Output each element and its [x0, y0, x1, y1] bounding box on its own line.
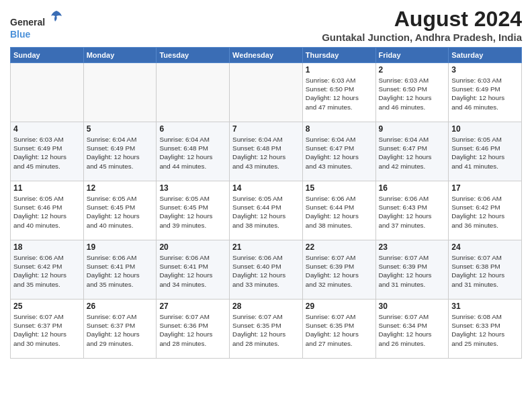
calendar-cell: 22Sunrise: 6:07 AM Sunset: 6:39 PM Dayli…	[302, 240, 375, 300]
day-number: 28	[232, 302, 300, 311]
calendar-cell: 24Sunrise: 6:07 AM Sunset: 6:38 PM Dayli…	[449, 240, 522, 300]
logo-bird-icon	[50, 9, 63, 26]
calendar-cell: 5Sunrise: 6:04 AM Sunset: 6:49 PM Daylig…	[83, 122, 157, 181]
header: General Blue August 2024 Guntakal Juncti…	[10, 7, 522, 43]
calendar-cell: 25Sunrise: 6:07 AM Sunset: 6:37 PM Dayli…	[11, 300, 84, 359]
day-detail: Sunrise: 6:04 AM Sunset: 6:49 PM Dayligh…	[87, 135, 154, 171]
day-detail: Sunrise: 6:03 AM Sunset: 6:49 PM Dayligh…	[13, 135, 81, 171]
calendar-week-row: 18Sunrise: 6:06 AM Sunset: 6:42 PM Dayli…	[11, 240, 522, 300]
calendar-cell	[230, 63, 303, 122]
day-number: 2	[379, 65, 446, 75]
day-detail: Sunrise: 6:05 AM Sunset: 6:45 PM Dayligh…	[159, 194, 226, 230]
day-number: 3	[451, 65, 519, 75]
day-detail: Sunrise: 6:05 AM Sunset: 6:46 PM Dayligh…	[451, 135, 519, 171]
day-detail: Sunrise: 6:06 AM Sunset: 6:40 PM Dayligh…	[232, 253, 300, 289]
calendar-cell: 4Sunrise: 6:03 AM Sunset: 6:49 PM Daylig…	[11, 122, 84, 181]
title-block: August 2024 Guntakal Junction, Andhra Pr…	[322, 7, 522, 43]
calendar-cell: 7Sunrise: 6:04 AM Sunset: 6:48 PM Daylig…	[230, 122, 303, 181]
day-number: 31	[451, 302, 519, 311]
day-number: 13	[159, 183, 226, 193]
day-detail: Sunrise: 6:07 AM Sunset: 6:37 PM Dayligh…	[87, 312, 154, 348]
day-number: 21	[232, 242, 300, 252]
calendar-week-row: 11Sunrise: 6:05 AM Sunset: 6:46 PM Dayli…	[11, 181, 522, 240]
calendar-cell: 21Sunrise: 6:06 AM Sunset: 6:40 PM Dayli…	[230, 240, 303, 300]
calendar-cell: 26Sunrise: 6:07 AM Sunset: 6:37 PM Dayli…	[83, 300, 157, 359]
calendar-cell: 13Sunrise: 6:05 AM Sunset: 6:45 PM Dayli…	[157, 181, 230, 240]
day-number: 9	[379, 124, 446, 134]
day-number: 18	[13, 242, 81, 252]
day-number: 20	[159, 242, 226, 252]
day-number: 6	[159, 124, 226, 134]
day-number: 22	[306, 242, 373, 252]
calendar-cell: 23Sunrise: 6:07 AM Sunset: 6:39 PM Dayli…	[375, 240, 449, 300]
subtitle: Guntakal Junction, Andhra Pradesh, India	[322, 32, 522, 43]
day-detail: Sunrise: 6:07 AM Sunset: 6:34 PM Dayligh…	[379, 312, 446, 348]
day-number: 4	[13, 124, 81, 134]
day-detail: Sunrise: 6:07 AM Sunset: 6:39 PM Dayligh…	[306, 253, 373, 289]
day-number: 19	[87, 242, 154, 252]
logo-general: General	[10, 17, 45, 28]
calendar-cell	[11, 63, 84, 122]
weekday-header-thursday: Thursday	[302, 48, 375, 63]
weekday-header-tuesday: Tuesday	[157, 48, 230, 63]
day-number: 16	[379, 183, 446, 193]
day-number: 8	[306, 124, 373, 134]
day-detail: Sunrise: 6:06 AM Sunset: 6:41 PM Dayligh…	[159, 253, 226, 289]
calendar-cell: 28Sunrise: 6:07 AM Sunset: 6:35 PM Dayli…	[230, 300, 303, 359]
day-number: 1	[306, 65, 373, 75]
day-number: 24	[451, 242, 519, 252]
page: General Blue August 2024 Guntakal Juncti…	[0, 0, 532, 411]
calendar-cell: 30Sunrise: 6:07 AM Sunset: 6:34 PM Dayli…	[375, 300, 449, 359]
day-detail: Sunrise: 6:05 AM Sunset: 6:45 PM Dayligh…	[87, 194, 154, 230]
main-title: August 2024	[322, 7, 522, 32]
calendar-week-row: 4Sunrise: 6:03 AM Sunset: 6:49 PM Daylig…	[11, 122, 522, 181]
day-number: 5	[87, 124, 154, 134]
weekday-header-row: SundayMondayTuesdayWednesdayThursdayFrid…	[11, 48, 522, 63]
day-detail: Sunrise: 6:06 AM Sunset: 6:43 PM Dayligh…	[379, 194, 446, 230]
weekday-header-wednesday: Wednesday	[230, 48, 303, 63]
weekday-header-monday: Monday	[83, 48, 157, 63]
day-detail: Sunrise: 6:05 AM Sunset: 6:46 PM Dayligh…	[13, 194, 81, 230]
day-detail: Sunrise: 6:04 AM Sunset: 6:47 PM Dayligh…	[306, 135, 373, 171]
day-detail: Sunrise: 6:06 AM Sunset: 6:41 PM Dayligh…	[87, 253, 154, 289]
calendar-cell: 29Sunrise: 6:07 AM Sunset: 6:35 PM Dayli…	[302, 300, 375, 359]
logo-blue: Blue	[10, 29, 30, 40]
calendar-cell: 15Sunrise: 6:06 AM Sunset: 6:44 PM Dayli…	[302, 181, 375, 240]
day-detail: Sunrise: 6:03 AM Sunset: 6:49 PM Dayligh…	[451, 76, 519, 111]
day-number: 29	[306, 302, 373, 311]
calendar-cell: 31Sunrise: 6:08 AM Sunset: 6:33 PM Dayli…	[449, 300, 522, 359]
day-detail: Sunrise: 6:07 AM Sunset: 6:39 PM Dayligh…	[379, 253, 446, 289]
day-number: 10	[451, 124, 519, 134]
calendar-cell: 20Sunrise: 6:06 AM Sunset: 6:41 PM Dayli…	[157, 240, 230, 300]
calendar-cell: 19Sunrise: 6:06 AM Sunset: 6:41 PM Dayli…	[83, 240, 157, 300]
calendar-cell: 16Sunrise: 6:06 AM Sunset: 6:43 PM Dayli…	[375, 181, 449, 240]
calendar-cell: 10Sunrise: 6:05 AM Sunset: 6:46 PM Dayli…	[449, 122, 522, 181]
calendar-cell: 9Sunrise: 6:04 AM Sunset: 6:47 PM Daylig…	[375, 122, 449, 181]
calendar-cell	[83, 63, 157, 122]
day-number: 7	[232, 124, 300, 134]
day-number: 27	[159, 302, 226, 311]
day-detail: Sunrise: 6:07 AM Sunset: 6:38 PM Dayligh…	[451, 253, 519, 289]
day-number: 15	[306, 183, 373, 193]
day-number: 23	[379, 242, 446, 252]
logo: General Blue	[10, 9, 63, 40]
calendar-cell: 1Sunrise: 6:03 AM Sunset: 6:50 PM Daylig…	[302, 63, 375, 122]
day-detail: Sunrise: 6:07 AM Sunset: 6:36 PM Dayligh…	[159, 312, 226, 348]
day-number: 30	[379, 302, 446, 311]
weekday-header-friday: Friday	[375, 48, 449, 63]
day-number: 11	[13, 183, 81, 193]
calendar-week-row: 25Sunrise: 6:07 AM Sunset: 6:37 PM Dayli…	[11, 300, 522, 359]
day-detail: Sunrise: 6:04 AM Sunset: 6:48 PM Dayligh…	[232, 135, 300, 171]
day-detail: Sunrise: 6:08 AM Sunset: 6:33 PM Dayligh…	[451, 312, 519, 348]
weekday-header-saturday: Saturday	[449, 48, 522, 63]
calendar-cell: 18Sunrise: 6:06 AM Sunset: 6:42 PM Dayli…	[11, 240, 84, 300]
calendar-cell: 27Sunrise: 6:07 AM Sunset: 6:36 PM Dayli…	[157, 300, 230, 359]
day-detail: Sunrise: 6:06 AM Sunset: 6:42 PM Dayligh…	[451, 194, 519, 230]
day-detail: Sunrise: 6:03 AM Sunset: 6:50 PM Dayligh…	[306, 76, 373, 111]
day-detail: Sunrise: 6:03 AM Sunset: 6:50 PM Dayligh…	[379, 76, 446, 111]
day-detail: Sunrise: 6:04 AM Sunset: 6:47 PM Dayligh…	[379, 135, 446, 171]
day-detail: Sunrise: 6:06 AM Sunset: 6:44 PM Dayligh…	[306, 194, 373, 230]
calendar-table: SundayMondayTuesdayWednesdayThursdayFrid…	[10, 47, 522, 359]
weekday-header-sunday: Sunday	[11, 48, 84, 63]
calendar-cell: 8Sunrise: 6:04 AM Sunset: 6:47 PM Daylig…	[302, 122, 375, 181]
